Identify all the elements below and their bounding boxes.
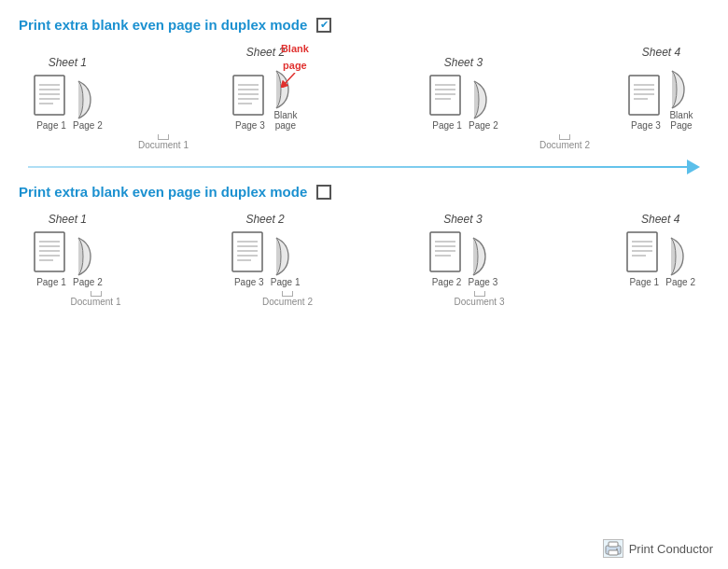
page-icon: [231, 230, 268, 277]
top-sheet-3-label: Sheet 3: [444, 56, 483, 69]
blank-page-text: Blankpage: [281, 43, 309, 71]
svg-rect-6: [233, 76, 263, 115]
top-s3-p1-label: Page 1: [432, 120, 462, 131]
bottom-section: Print extra blank even page in duplex mo…: [19, 184, 709, 307]
page-icon: [428, 74, 466, 120]
bottom-sheet-3-label: Sheet 3: [443, 213, 482, 226]
top-sheet-1-pages: Page 1 Page 2: [33, 74, 103, 131]
bot-s3-p2-label: Page 2: [432, 277, 462, 287]
top-brackets: Document 1 Document 2: [19, 134, 709, 150]
page-folded-icon: [666, 230, 694, 277]
page-folded-icon: [272, 230, 300, 277]
top-sheet-4-label: Sheet 4: [642, 46, 680, 59]
bottom-sheet-3: Sheet 3 Page 2: [428, 213, 498, 287]
bottom-sheet-1-label: Sheet 1: [49, 213, 87, 226]
svg-rect-39: [627, 232, 657, 271]
blank-page-arrow: [281, 73, 309, 88]
top-sheet-1: Sheet 1 Page 1: [33, 56, 103, 131]
svg-rect-34: [430, 232, 460, 271]
svg-rect-0: [35, 76, 64, 115]
svg-rect-17: [629, 76, 659, 115]
bot-s1-p2-label: Page 2: [73, 277, 103, 287]
bottom-sheet-4: Sheet 4 Page 1: [625, 213, 695, 287]
bot-s2-p1-label: Page 1: [271, 277, 301, 287]
svg-rect-22: [35, 232, 64, 271]
top-sheet-3-pages: Page 1 Page 2: [428, 74, 498, 131]
svg-rect-28: [232, 232, 262, 271]
bot-doc1-bracket: Document 1: [33, 291, 159, 307]
bot-s4-p2-label: Page 2: [665, 277, 695, 287]
top-s4-blank-label: BlankPage: [669, 110, 693, 131]
bot-doc3-label: Document 3: [455, 297, 505, 307]
top-checkbox[interactable]: [316, 18, 331, 33]
bot-doc2-label: Document 2: [262, 297, 313, 307]
bot-s2-p3-label: Page 3: [234, 277, 264, 287]
top-sheet-4-pages: Page 3 BlankPage: [627, 63, 695, 131]
top-sheet-2-label: Sheet 2: [246, 46, 285, 59]
top-s1-p1-label: Page 1: [36, 120, 66, 131]
bot-s1-p1-label: Page 1: [36, 277, 66, 287]
blank-page-annotation: Blankpage: [281, 39, 309, 88]
bot-s3-p3-label: Page 3: [469, 277, 498, 287]
top-section-header: Print extra blank even page in duplex mo…: [19, 17, 709, 33]
print-conductor-logo: Print Conductor: [603, 539, 713, 558]
page-icon: [33, 74, 70, 120]
page-folded-icon: [469, 74, 497, 120]
bottom-sheet-4-label: Sheet 4: [641, 213, 679, 226]
page-icon: [428, 230, 466, 277]
section-divider-arrow: [19, 160, 709, 174]
top-doc2-label: Document 2: [539, 140, 590, 150]
bot-doc1-label: Document 1: [71, 297, 121, 307]
top-doc2-bracket: Document 2: [434, 134, 695, 150]
bottom-checkbox[interactable]: [316, 185, 331, 200]
top-sheet-2-pages: Page 3 Blankpage: [231, 63, 300, 131]
page-icon: [231, 74, 269, 120]
bot-s4-p1-label: Page 1: [629, 277, 659, 287]
top-sheet-2: Sheet 2 Page 3: [231, 46, 300, 131]
page-icon: [33, 230, 70, 277]
top-sheets-row: Sheet 1 Page 1: [19, 46, 709, 131]
top-doc1-bracket: Document 1: [33, 134, 294, 150]
page-icon: [625, 230, 663, 277]
top-s4-p3-label: Page 3: [631, 120, 661, 131]
bottom-section-title: Print extra blank even page in duplex mo…: [19, 184, 307, 200]
top-sheet-4: Sheet 4 Page 3: [627, 46, 695, 131]
arrow-head: [687, 160, 700, 174]
bottom-brackets: Document 1 Document 2 Docu: [19, 291, 709, 307]
bot-doc3-bracket: Document 3: [416, 291, 542, 307]
svg-point-47: [616, 548, 618, 550]
logo-text: Print Conductor: [629, 542, 713, 556]
bottom-sheets-row: Sheet 1 Page 1: [19, 213, 709, 287]
printer-icon: [605, 541, 622, 556]
bottom-sheet-1: Sheet 1 Page 1: [33, 213, 103, 287]
bottom-sheet-2-label: Sheet 2: [245, 213, 284, 226]
bottom-sheet-2: Sheet 2 Page 3: [231, 213, 301, 287]
svg-rect-45: [609, 542, 618, 547]
bottom-section-header: Print extra blank even page in duplex mo…: [19, 184, 709, 200]
page-icon: [627, 74, 665, 120]
bot-doc2-bracket: Document 2: [166, 291, 409, 307]
svg-rect-12: [430, 76, 460, 115]
top-s3-p2-label: Page 2: [469, 120, 498, 131]
top-s2-blank-label: Blankpage: [273, 110, 297, 131]
top-sheet-1-label: Sheet 1: [49, 56, 87, 69]
top-s2-p3-label: Page 3: [235, 120, 265, 131]
page-folded-icon: [667, 63, 695, 110]
svg-rect-46: [609, 550, 618, 555]
logo-icon: [603, 539, 623, 558]
arrow-line: [28, 166, 687, 168]
top-doc1-label: Document 1: [138, 140, 189, 150]
top-s1-p2-label: Page 2: [73, 120, 103, 131]
top-sheet-3: Sheet 3 Page 1: [428, 56, 498, 131]
page-folded-icon: [74, 74, 102, 120]
top-section-title: Print extra blank even page in duplex mo…: [19, 17, 307, 33]
page-folded-icon: [74, 230, 102, 277]
top-section: Print extra blank even page in duplex mo…: [19, 17, 709, 150]
page-folded-icon: [469, 230, 497, 277]
